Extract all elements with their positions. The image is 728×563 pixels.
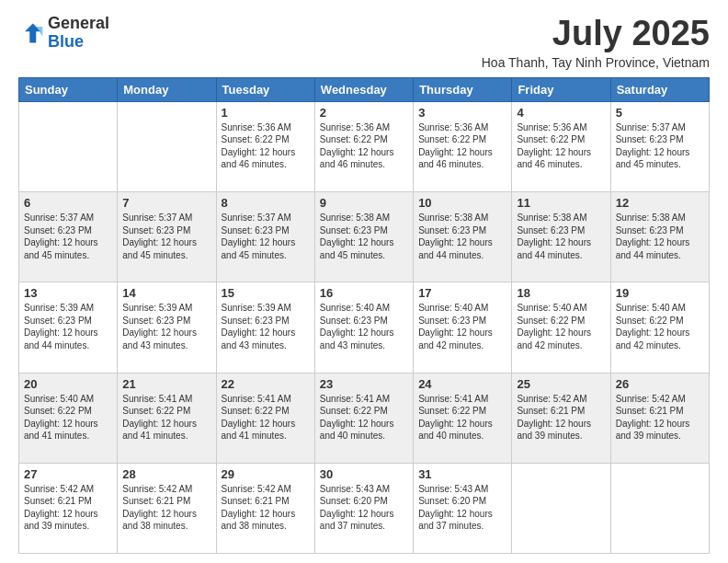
day-info: Sunrise: 5:38 AM Sunset: 6:23 PM Dayligh… — [320, 212, 408, 261]
day-info: Sunrise: 5:37 AM Sunset: 6:23 PM Dayligh… — [616, 121, 704, 171]
col-thursday: Thursday — [414, 77, 512, 101]
col-friday: Friday — [512, 77, 610, 101]
table-row: 16Sunrise: 5:40 AM Sunset: 6:23 PM Dayli… — [314, 282, 413, 373]
day-info: Sunrise: 5:43 AM Sunset: 6:20 PM Dayligh… — [320, 483, 408, 533]
day-number: 28 — [122, 467, 210, 481]
day-info: Sunrise: 5:36 AM Sunset: 6:22 PM Dayligh… — [320, 121, 408, 171]
day-info: Sunrise: 5:41 AM Sunset: 6:22 PM Dayligh… — [222, 393, 310, 442]
table-row: 22Sunrise: 5:41 AM Sunset: 6:22 PM Dayli… — [216, 373, 314, 463]
calendar-week-row: 6Sunrise: 5:37 AM Sunset: 6:23 PM Daylig… — [19, 192, 710, 282]
table-row: 1Sunrise: 5:36 AM Sunset: 6:22 PM Daylig… — [216, 101, 314, 191]
calendar-table: Sunday Monday Tuesday Wednesday Thursday… — [18, 77, 710, 554]
calendar-week-row: 1Sunrise: 5:36 AM Sunset: 6:22 PM Daylig… — [19, 101, 710, 191]
page: General Blue July 2025 Hoa Thanh, Tay Ni… — [0, 0, 728, 563]
day-number: 18 — [517, 286, 605, 300]
table-row: 18Sunrise: 5:40 AM Sunset: 6:22 PM Dayli… — [512, 282, 610, 373]
table-row: 9Sunrise: 5:38 AM Sunset: 6:23 PM Daylig… — [314, 192, 413, 282]
day-number: 20 — [24, 377, 112, 391]
calendar-week-row: 20Sunrise: 5:40 AM Sunset: 6:22 PM Dayli… — [19, 373, 710, 463]
table-row: 5Sunrise: 5:37 AM Sunset: 6:23 PM Daylig… — [610, 101, 709, 191]
table-row: 24Sunrise: 5:41 AM Sunset: 6:22 PM Dayli… — [414, 373, 512, 463]
day-info: Sunrise: 5:36 AM Sunset: 6:22 PM Dayligh… — [517, 121, 605, 171]
calendar-header-row: Sunday Monday Tuesday Wednesday Thursday… — [19, 77, 710, 101]
day-info: Sunrise: 5:43 AM Sunset: 6:20 PM Dayligh… — [418, 483, 506, 533]
table-row: 12Sunrise: 5:38 AM Sunset: 6:23 PM Dayli… — [610, 192, 709, 282]
table-row: 7Sunrise: 5:37 AM Sunset: 6:23 PM Daylig… — [118, 192, 216, 282]
day-number: 6 — [24, 196, 112, 210]
day-info: Sunrise: 5:37 AM Sunset: 6:23 PM Dayligh… — [24, 212, 112, 261]
day-number: 25 — [517, 377, 605, 391]
day-number: 12 — [616, 196, 704, 210]
svg-marker-0 — [25, 23, 41, 42]
table-row: 11Sunrise: 5:38 AM Sunset: 6:23 PM Dayli… — [512, 192, 610, 282]
table-row: 13Sunrise: 5:39 AM Sunset: 6:23 PM Dayli… — [19, 282, 118, 373]
day-info: Sunrise: 5:37 AM Sunset: 6:23 PM Dayligh… — [222, 212, 310, 261]
col-tuesday: Tuesday — [216, 77, 314, 101]
table-row: 21Sunrise: 5:41 AM Sunset: 6:22 PM Dayli… — [118, 373, 216, 463]
day-info: Sunrise: 5:42 AM Sunset: 6:21 PM Dayligh… — [222, 483, 310, 533]
table-row: 31Sunrise: 5:43 AM Sunset: 6:20 PM Dayli… — [414, 463, 512, 553]
day-number: 5 — [616, 106, 704, 120]
day-info: Sunrise: 5:41 AM Sunset: 6:22 PM Dayligh… — [320, 393, 408, 442]
day-info: Sunrise: 5:42 AM Sunset: 6:21 PM Dayligh… — [616, 393, 704, 442]
day-number: 1 — [222, 106, 310, 120]
day-number: 15 — [222, 286, 310, 300]
day-number: 13 — [24, 286, 112, 300]
table-row: 19Sunrise: 5:40 AM Sunset: 6:22 PM Dayli… — [610, 282, 709, 373]
table-row — [512, 463, 610, 553]
day-number: 19 — [616, 286, 704, 300]
table-row: 28Sunrise: 5:42 AM Sunset: 6:21 PM Dayli… — [118, 463, 216, 553]
day-number: 24 — [418, 377, 506, 391]
day-number: 4 — [517, 106, 605, 120]
day-info: Sunrise: 5:42 AM Sunset: 6:21 PM Dayligh… — [122, 483, 210, 533]
day-number: 14 — [122, 286, 210, 300]
day-info: Sunrise: 5:38 AM Sunset: 6:23 PM Dayligh… — [517, 212, 605, 261]
day-info: Sunrise: 5:40 AM Sunset: 6:23 PM Dayligh… — [418, 302, 506, 351]
col-monday: Monday — [118, 77, 216, 101]
table-row: 29Sunrise: 5:42 AM Sunset: 6:21 PM Dayli… — [216, 463, 314, 553]
day-number: 29 — [222, 467, 310, 481]
day-info: Sunrise: 5:40 AM Sunset: 6:22 PM Dayligh… — [517, 302, 605, 351]
table-row: 4Sunrise: 5:36 AM Sunset: 6:22 PM Daylig… — [512, 101, 610, 191]
table-row: 17Sunrise: 5:40 AM Sunset: 6:23 PM Dayli… — [414, 282, 512, 373]
table-row: 23Sunrise: 5:41 AM Sunset: 6:22 PM Dayli… — [314, 373, 413, 463]
table-row — [610, 463, 709, 553]
table-row — [19, 101, 118, 191]
table-row: 26Sunrise: 5:42 AM Sunset: 6:21 PM Dayli… — [610, 373, 709, 463]
table-row: 10Sunrise: 5:38 AM Sunset: 6:23 PM Dayli… — [414, 192, 512, 282]
day-number: 21 — [122, 377, 210, 391]
logo: General Blue — [18, 15, 109, 52]
logo-general: General — [48, 14, 109, 32]
col-saturday: Saturday — [610, 77, 709, 101]
day-number: 3 — [418, 106, 506, 120]
logo-icon — [18, 20, 44, 46]
day-info: Sunrise: 5:36 AM Sunset: 6:22 PM Dayligh… — [418, 121, 506, 171]
day-info: Sunrise: 5:38 AM Sunset: 6:23 PM Dayligh… — [418, 212, 506, 261]
day-info: Sunrise: 5:37 AM Sunset: 6:23 PM Dayligh… — [122, 212, 210, 261]
day-number: 23 — [320, 377, 408, 391]
day-number: 11 — [517, 196, 605, 210]
day-number: 27 — [24, 467, 112, 481]
header: General Blue July 2025 Hoa Thanh, Tay Ni… — [18, 15, 710, 70]
table-row: 20Sunrise: 5:40 AM Sunset: 6:22 PM Dayli… — [19, 373, 118, 463]
day-number: 31 — [418, 467, 506, 481]
day-info: Sunrise: 5:41 AM Sunset: 6:22 PM Dayligh… — [418, 393, 506, 442]
table-row: 25Sunrise: 5:42 AM Sunset: 6:21 PM Dayli… — [512, 373, 610, 463]
day-number: 22 — [222, 377, 310, 391]
calendar-week-row: 27Sunrise: 5:42 AM Sunset: 6:21 PM Dayli… — [19, 463, 710, 553]
calendar-week-row: 13Sunrise: 5:39 AM Sunset: 6:23 PM Dayli… — [19, 282, 710, 373]
day-number: 10 — [418, 196, 506, 210]
table-row: 8Sunrise: 5:37 AM Sunset: 6:23 PM Daylig… — [216, 192, 314, 282]
title-block: July 2025 Hoa Thanh, Tay Ninh Province, … — [482, 15, 710, 70]
month-title: July 2025 — [482, 15, 710, 53]
day-number: 16 — [320, 286, 408, 300]
day-info: Sunrise: 5:39 AM Sunset: 6:23 PM Dayligh… — [222, 302, 310, 351]
day-number: 7 — [122, 196, 210, 210]
day-info: Sunrise: 5:40 AM Sunset: 6:22 PM Dayligh… — [24, 393, 112, 442]
day-info: Sunrise: 5:38 AM Sunset: 6:23 PM Dayligh… — [616, 212, 704, 261]
table-row: 15Sunrise: 5:39 AM Sunset: 6:23 PM Dayli… — [216, 282, 314, 373]
day-number: 26 — [616, 377, 704, 391]
location-title: Hoa Thanh, Tay Ninh Province, Vietnam — [482, 55, 710, 70]
day-info: Sunrise: 5:42 AM Sunset: 6:21 PM Dayligh… — [24, 483, 112, 533]
day-info: Sunrise: 5:36 AM Sunset: 6:22 PM Dayligh… — [222, 121, 310, 171]
